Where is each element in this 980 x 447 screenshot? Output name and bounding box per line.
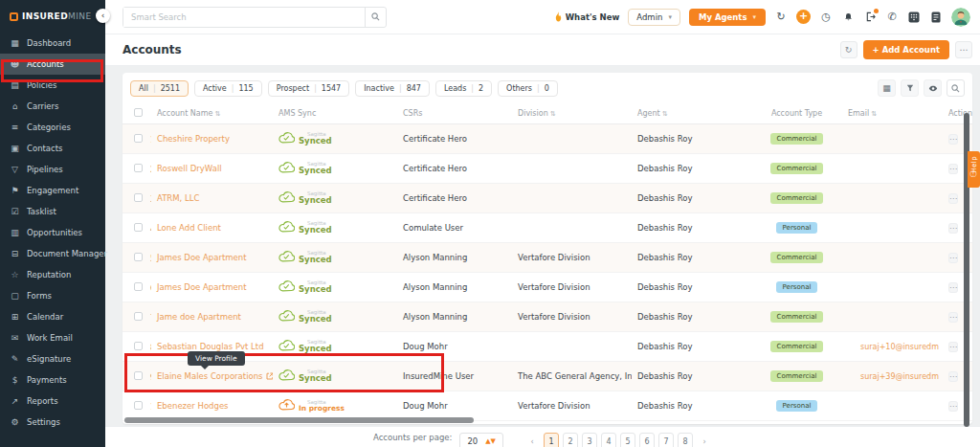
account-name-link[interactable]: Lone Add Client <box>157 223 221 233</box>
sidebar-item-esignature[interactable]: ✎ eSignature <box>0 348 105 369</box>
logout-icon[interactable] <box>863 11 877 24</box>
filter-chip-inactive[interactable]: Inactive|847 <box>355 80 430 97</box>
sidebar-item-settings[interactable]: ⚙ Settings <box>0 412 105 433</box>
pager-page-3[interactable]: 3 <box>582 433 597 447</box>
sidebar-item-engagement[interactable]: ⚑ Engagement <box>0 180 105 201</box>
select-all-checkbox[interactable] <box>122 108 151 119</box>
sidebar-item-accounts[interactable]: ☻ Accounts <box>0 54 105 75</box>
column-header-division[interactable]: Division⇅ <box>512 109 632 118</box>
sidebar-item-tasklist[interactable]: ☑ Tasklist <box>0 201 105 222</box>
notifications-bell-icon[interactable] <box>841 11 855 24</box>
account-name-link[interactable]: Roswell DryWall <box>157 164 222 173</box>
per-page-select[interactable]: 20▲▼ <box>459 433 503 447</box>
notes-icon[interactable] <box>929 11 943 24</box>
sidebar-item-policies[interactable]: ▤ Policies <box>0 75 105 96</box>
admin-dropdown[interactable]: Admin▾ <box>628 9 680 26</box>
row-checkbox[interactable] <box>134 164 143 172</box>
external-link-icon[interactable] <box>266 372 273 382</box>
row-actions-button[interactable]: ⋯ <box>948 253 958 263</box>
account-name-link[interactable]: James Doe Apartment <box>157 253 247 262</box>
filter-chip-active[interactable]: Active|115 <box>194 80 262 97</box>
account-name-link[interactable]: Ebenezer Hodges <box>157 401 229 411</box>
add-circle-icon[interactable]: + <box>796 10 811 24</box>
row-actions-button[interactable]: ⋯ <box>948 401 958 412</box>
pager-prev-button[interactable]: ‹ <box>524 433 540 447</box>
row-actions-button[interactable]: ⋯ <box>948 134 958 145</box>
pager-next-button[interactable]: › <box>697 433 712 447</box>
phone-icon[interactable]: ✆ <box>885 11 899 24</box>
sidebar-item-opportunities[interactable]: ▥ Opportunities <box>0 222 105 243</box>
my-agents-button[interactable]: My Agents▾ <box>689 9 766 26</box>
refresh-icon[interactable]: ↻ <box>774 11 788 24</box>
refresh-list-icon[interactable]: ↻ <box>840 41 858 58</box>
sidebar-item-carriers[interactable]: ⌂ Carriers <box>0 96 105 117</box>
sidebar-item-reports[interactable]: ↗ Reports <box>0 391 105 412</box>
account-name-link[interactable]: ATRM, LLC <box>157 193 199 203</box>
account-name-link[interactable]: Jame doe Apartment <box>157 312 241 322</box>
email-link[interactable]: suraj+39@insuredm <box>842 372 943 381</box>
row-actions-button[interactable]: ⋯ <box>948 282 958 293</box>
row-actions-button[interactable]: ⋯ <box>948 223 958 234</box>
row-checkbox[interactable] <box>134 342 143 350</box>
pager-page-6[interactable]: 6 <box>639 433 655 447</box>
row-checkbox[interactable] <box>134 134 143 143</box>
header-more-icon[interactable]: ⋯ <box>955 41 972 58</box>
search-icon[interactable] <box>365 8 386 27</box>
sidebar-item-work-email[interactable]: ✉ Work Email <box>0 327 105 348</box>
sidebar-item-document-manager[interactable]: ⊟ Document Manager <box>0 243 105 264</box>
sidebar-item-categories[interactable]: ≡ Categories <box>0 117 105 138</box>
sort-icon[interactable]: ⇅ <box>550 110 556 118</box>
row-checkbox[interactable] <box>134 401 143 410</box>
pager-page-7[interactable]: 7 <box>658 433 674 447</box>
sort-icon[interactable]: ⇅ <box>662 110 668 118</box>
column-header-email[interactable]: Email⇅ <box>842 109 943 118</box>
account-name-link[interactable]: Sebastian Douglas Pvt Ltd <box>157 342 264 351</box>
horizontal-scrollbar[interactable] <box>124 417 474 423</box>
sidebar-collapse-button[interactable]: ‹ <box>96 9 110 23</box>
filter-chip-all[interactable]: All|2511 <box>130 80 189 97</box>
pager-page-4[interactable]: 4 <box>601 433 616 447</box>
account-name-link[interactable]: James Doe Apartment <box>157 282 247 292</box>
whats-new-link[interactable]: What's New <box>554 11 620 22</box>
sort-icon[interactable]: ⇅ <box>871 110 877 118</box>
grid-view-icon[interactable]: ▦ <box>878 79 896 97</box>
row-actions-button[interactable]: ⋯ <box>948 312 958 323</box>
sidebar-item-payments[interactable]: $ Payments <box>0 369 105 391</box>
table-search-icon[interactable] <box>947 79 965 97</box>
pager-page-2[interactable]: 2 <box>563 433 578 447</box>
filter-chip-leads[interactable]: Leads|2 <box>435 80 492 97</box>
search-input[interactable] <box>123 8 365 27</box>
sidebar-item-pipelines[interactable]: ▽ Pipelines <box>0 159 105 180</box>
sidebar-item-contacts[interactable]: ▣ Contacts <box>0 138 105 159</box>
sidebar-item-reputation[interactable]: ☆ Reputation <box>0 264 105 285</box>
row-actions-button[interactable]: ⋯ <box>948 371 958 382</box>
user-avatar[interactable] <box>951 8 970 27</box>
email-link[interactable]: suraj+10@insuredm <box>842 343 943 351</box>
row-actions-button[interactable]: ⋯ <box>948 193 958 204</box>
dialpad-icon[interactable] <box>907 11 921 24</box>
sidebar-item-forms[interactable]: ▢ Forms <box>0 285 105 306</box>
filter-chip-prospect[interactable]: Prospect|1547 <box>268 80 349 97</box>
pager-page-1[interactable]: 1 <box>544 433 559 447</box>
sort-icon[interactable]: ⇅ <box>214 110 220 118</box>
sidebar-item-dashboard[interactable]: ▦ Dashboard <box>0 33 105 54</box>
row-checkbox[interactable] <box>134 193 143 202</box>
pager-page-5[interactable]: 5 <box>620 433 635 447</box>
add-account-button[interactable]: + Add Account <box>863 40 949 59</box>
row-checkbox[interactable] <box>134 371 143 380</box>
row-checkbox[interactable] <box>134 282 143 291</box>
row-checkbox[interactable] <box>134 253 143 261</box>
row-checkbox[interactable] <box>134 223 143 232</box>
row-actions-button[interactable]: ⋯ <box>948 164 958 174</box>
account-name-link[interactable]: Cheshire Property <box>157 134 230 144</box>
history-clock-icon[interactable]: ◷ <box>819 11 833 24</box>
row-checkbox[interactable] <box>134 312 143 321</box>
column-header-agent[interactable]: Agent⇅ <box>632 109 751 118</box>
sidebar-item-calendar[interactable]: ⊞ Calendar <box>0 306 105 327</box>
filter-chip-others[interactable]: Others|0 <box>498 80 558 97</box>
account-name-link[interactable]: Elaine Males Corporations <box>157 371 263 381</box>
help-tab[interactable]: ⓘ Help <box>968 151 980 188</box>
header-checkbox[interactable] <box>134 108 143 117</box>
eye-icon[interactable] <box>924 79 942 97</box>
filter-icon[interactable] <box>901 79 919 97</box>
